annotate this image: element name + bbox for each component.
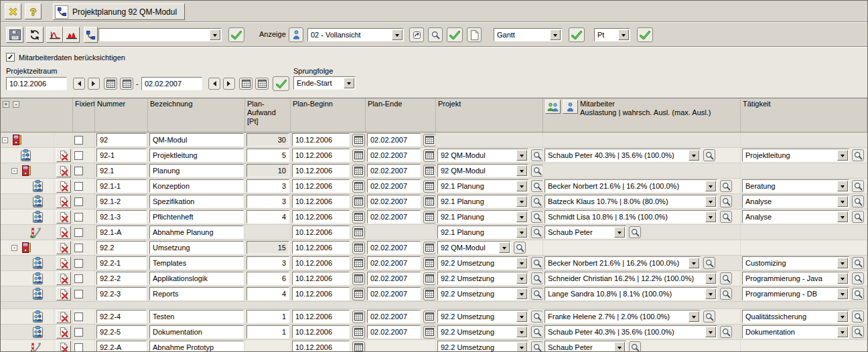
projekt-search-button[interactable] — [531, 180, 543, 192]
taetigkeit-select-dropdown-button[interactable] — [837, 211, 848, 222]
taetigkeit-search-button[interactable] — [852, 195, 864, 207]
project-tab[interactable]: Projektplanung 92 QM-Modul — [53, 3, 185, 20]
view-select[interactable]: 02 - Vollansicht — [307, 28, 404, 41]
taetigkeit-select[interactable]: Programmierung - DB — [742, 287, 849, 300]
plan-aufwand-field[interactable]: 4 — [246, 287, 289, 300]
delete-task-button[interactable] — [56, 195, 71, 208]
project-filter-dropdown-button[interactable] — [210, 29, 220, 40]
taetigkeit-select-dropdown-button[interactable] — [837, 150, 848, 161]
diagram-select-dropdown-button[interactable] — [550, 29, 561, 40]
fixiert-checkbox[interactable] — [74, 167, 83, 175]
taetigkeit-select-dropdown-button[interactable] — [837, 288, 848, 299]
delete-task-button[interactable] — [56, 287, 71, 300]
fixiert-checkbox[interactable] — [74, 313, 83, 321]
date-from-calendar2-button[interactable] — [120, 78, 133, 90]
projekt-select-dropdown-button[interactable] — [516, 150, 527, 161]
delete-task-button[interactable] — [56, 210, 71, 224]
plan-beginn-field[interactable]: 10.12.2006 — [292, 226, 350, 239]
mitarbeiter-search-button[interactable] — [703, 257, 715, 269]
projekt-select-dropdown-button[interactable] — [516, 227, 527, 238]
bezeichnung-field[interactable]: Applikationslogik — [149, 272, 244, 285]
plan-ende-field[interactable]: 02.02.2007 — [367, 325, 421, 339]
bezeichnung-field[interactable]: Abnahme Planung — [149, 226, 244, 239]
plan-ende-calendar-button[interactable] — [423, 195, 436, 208]
plan-beginn-field[interactable]: 10.12.2006 — [292, 164, 350, 177]
mitarbeiter-select[interactable]: Schmidt Lisa 10.8% | 8.1% (100.0%) — [545, 210, 717, 224]
collapse-all-button[interactable]: - — [13, 101, 19, 108]
plan-aufwand-field[interactable]: 3 — [246, 256, 289, 270]
mitarbeiter-select-dropdown-button[interactable] — [689, 258, 699, 268]
plan-beginn-calendar-button[interactable] — [352, 288, 365, 300]
help-button[interactable]: ? — [25, 3, 42, 19]
mitarbeiter-select[interactable]: Schaub Peter — [545, 226, 626, 239]
projekt-search-button[interactable] — [531, 272, 543, 284]
plan-beginn-calendar-button[interactable] — [352, 180, 365, 193]
projekt-select-dropdown-button[interactable] — [516, 258, 527, 268]
plan-ende-field[interactable]: 02.02.2007 — [367, 164, 421, 177]
plan-ende-calendar-button[interactable] — [423, 257, 436, 270]
taetigkeit-search-button[interactable] — [852, 180, 864, 192]
plan-beginn-calendar-button[interactable] — [352, 226, 365, 239]
projekt-select[interactable]: 92 QM-Modul — [437, 241, 511, 254]
taetigkeit-search-button[interactable] — [852, 326, 864, 338]
plan-beginn-field[interactable]: 10.12.2006 — [292, 133, 350, 147]
plan-beginn-field[interactable]: 10.12.2006 — [292, 179, 350, 193]
mitarbeiter-select[interactable]: Schaub Peter 40.3% | 35.6% (100.0%) — [545, 325, 717, 339]
project-filter-select[interactable] — [98, 28, 222, 41]
plan-beginn-calendar-button[interactable] — [352, 195, 365, 208]
plan-ende-calendar-button[interactable] — [423, 165, 436, 177]
tree-collapse-toggle[interactable]: - — [11, 245, 17, 251]
plan-beginn-calendar-button[interactable] — [352, 242, 365, 254]
mitarbeiter-select[interactable]: Schaub Peter — [545, 341, 626, 351]
fixiert-checkbox[interactable] — [74, 151, 83, 160]
fixiert-checkbox[interactable] — [74, 290, 83, 298]
plan-beginn-calendar-button[interactable] — [352, 165, 365, 177]
mitarbeiter-select-dropdown-button[interactable] — [689, 150, 699, 161]
delete-task-button[interactable] — [56, 179, 71, 193]
taetigkeit-select-dropdown-button[interactable] — [837, 311, 848, 322]
taetigkeit-select[interactable]: Dokumentation — [742, 325, 849, 339]
mitarbeiter-search-button[interactable] — [720, 326, 732, 338]
projekt-select[interactable]: 92.1 Planung — [437, 195, 528, 208]
mitarbeiter-search-button[interactable] — [720, 180, 732, 192]
plan-beginn-calendar-button[interactable] — [352, 134, 365, 147]
bezeichnung-field[interactable]: Testen — [149, 310, 244, 323]
tree-collapse-toggle[interactable]: - — [2, 137, 8, 143]
taetigkeit-select[interactable]: Qualitätssicherung — [742, 310, 849, 323]
plan-ende-calendar-button[interactable] — [423, 180, 436, 193]
mitarbeiter-search-button[interactable] — [720, 288, 732, 300]
mitarbeiter-select-dropdown-button[interactable] — [614, 227, 625, 238]
plan-aufwand-field[interactable]: 30 — [246, 133, 289, 147]
bezeichnung-field[interactable]: Reports — [149, 287, 244, 300]
plan-beginn-field[interactable]: 10.12.2006 — [292, 195, 350, 208]
plan-ende-field[interactable]: 02.02.2007 — [367, 272, 421, 285]
mitarbeiter-search-button[interactable] — [720, 272, 732, 284]
date-to-prev-button[interactable] — [208, 78, 220, 90]
delete-task-button[interactable] — [56, 272, 71, 285]
plan-beginn-field[interactable]: 10.12.2006 — [292, 241, 350, 254]
plan-aufwand-field[interactable]: 4 — [246, 210, 289, 224]
project-select-icon-button[interactable] — [84, 27, 98, 43]
plan-beginn-calendar-button[interactable] — [352, 257, 365, 270]
projekt-search-button[interactable] — [531, 211, 543, 223]
date-to-calendar2-button[interactable] — [255, 78, 269, 90]
plan-ende-field[interactable]: 02.02.2007 — [367, 210, 421, 224]
taetigkeit-search-button[interactable] — [852, 149, 864, 161]
plan-beginn-calendar-button[interactable] — [352, 311, 365, 323]
apply-view-button[interactable] — [447, 27, 463, 42]
plan-beginn-calendar-button[interactable] — [352, 211, 365, 224]
mitarbeiter-select-dropdown-button[interactable] — [705, 211, 716, 222]
projekt-select[interactable]: 92.2 Umsetzung — [437, 256, 528, 270]
fixiert-checkbox[interactable] — [74, 244, 83, 252]
plan-ende-calendar-button[interactable] — [423, 242, 436, 254]
mitarbeiter-select[interactable]: Franke Helene 2.7% | 2.0% (100.0%) — [545, 310, 701, 323]
fixiert-checkbox[interactable] — [74, 259, 83, 268]
projekt-select[interactable]: 92 QM-Modul — [437, 164, 528, 177]
plan-ende-calendar-button[interactable] — [423, 311, 436, 323]
taetigkeit-select[interactable]: Customizing — [742, 256, 849, 270]
plan-beginn-calendar-button[interactable] — [352, 272, 365, 285]
mitarbeiter-select-dropdown-button[interactable] — [689, 311, 699, 322]
projekt-search-button[interactable] — [531, 311, 543, 323]
plan-aufwand-field[interactable]: 6 — [246, 272, 289, 285]
projekt-select[interactable]: 92.2 Umsetzung — [437, 341, 528, 351]
